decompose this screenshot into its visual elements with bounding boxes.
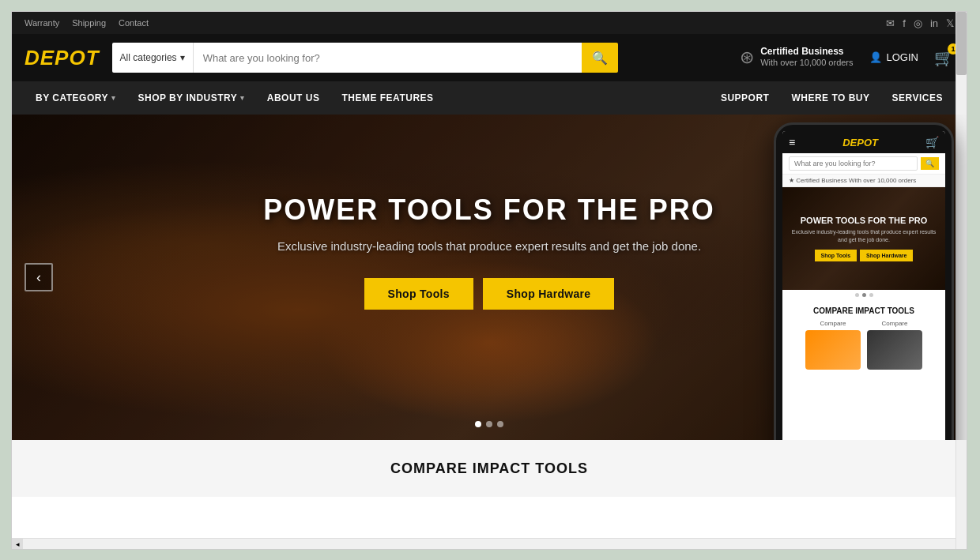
nav-where-to-buy[interactable]: WHERE TO BUY — [780, 81, 880, 115]
phone-cart-icon: 🛒 — [925, 136, 939, 148]
phone-shop-tools-button[interactable]: Shop Tools — [815, 250, 858, 261]
phone-device: ≡ DEPOT 🛒 🔍 ★ Certified Business With ov… — [774, 122, 954, 440]
nav-theme-features-label: THEME FEATURES — [341, 92, 433, 103]
site-logo[interactable]: DEPOT — [24, 46, 100, 70]
certified-block: ⊛ Certified Business With over 10,000 or… — [740, 46, 853, 69]
email-icon[interactable]: ✉ — [886, 17, 895, 29]
top-bar-links: Warranty Shipping Contact — [24, 18, 149, 28]
facebook-icon[interactable]: f — [903, 17, 906, 29]
nav-by-category-label: BY CATEGORY — [36, 92, 108, 103]
phone-compare-row: Compare Compare — [789, 320, 939, 370]
phone-compare-title: COMPARE IMPACT TOOLS — [789, 306, 939, 315]
phone-carousel-dots — [782, 290, 945, 300]
top-bar: Warranty Shipping Contact ✉ f ◎ in 𝕏 — [12, 12, 967, 34]
login-label: LOGIN — [887, 51, 918, 63]
chevron-icon: ▾ — [111, 94, 116, 102]
phone-shop-hardware-button[interactable]: Shop Hardware — [860, 250, 913, 261]
search-category-dropdown[interactable]: All categories ▾ — [112, 43, 194, 73]
cart-button[interactable]: 🛒 1 — [934, 48, 954, 67]
phone-screen: ≡ DEPOT 🛒 🔍 ★ Certified Business With ov… — [782, 131, 945, 440]
nav-left: BY CATEGORY ▾ SHOP BY INDUSTRY ▾ ABOUT U… — [24, 81, 710, 115]
phone-certified: ★ Certified Business With over 10,000 or… — [782, 175, 945, 187]
nav-services[interactable]: SERVICES — [881, 81, 954, 115]
search-category-label: All categories — [120, 52, 177, 63]
phone-hero-sub: Exclusive industry-leading tools that pr… — [789, 228, 939, 242]
certified-icon: ⊛ — [740, 47, 754, 68]
phone-logo: DEPOT — [842, 137, 878, 148]
nav-right: SUPPORT WHERE TO BUY SERVICES — [710, 81, 954, 115]
header: DEPOT All categories ▾ 🔍 ⊛ Certified Bus… — [12, 34, 967, 81]
certified-title: Certified Business — [760, 46, 853, 57]
nav-about-us[interactable]: ABOUT US — [256, 81, 331, 115]
top-bar-social-icons: ✉ f ◎ in 𝕏 — [886, 17, 954, 29]
phone-compare-label-1: Compare — [820, 320, 846, 327]
user-icon: 👤 — [869, 51, 882, 63]
compare-title: COMPARE IMPACT TOOLS — [390, 460, 588, 477]
certified-subtitle: With over 10,000 orders — [760, 57, 853, 69]
phone-dot-3 — [869, 293, 873, 297]
certified-text: Certified Business With over 10,000 orde… — [760, 46, 853, 69]
phone-hero-buttons: Shop Tools Shop Hardware — [815, 250, 914, 261]
shop-hardware-button[interactable]: Shop Hardware — [483, 278, 615, 310]
twitter-icon[interactable]: 𝕏 — [946, 17, 954, 29]
contact-link[interactable]: Contact — [119, 18, 149, 28]
scrollbar-thumb[interactable] — [956, 12, 967, 75]
linkedin-icon[interactable]: in — [930, 17, 938, 29]
chevron-icon: ▾ — [240, 94, 245, 102]
phone-certified-text: ★ Certified Business With over 10,000 or… — [789, 177, 916, 184]
phone-hero-title: POWER TOOLS FOR THE PRO — [801, 216, 928, 225]
nav-support[interactable]: SUPPORT — [710, 81, 781, 115]
main-nav: BY CATEGORY ▾ SHOP BY INDUSTRY ▾ ABOUT U… — [12, 81, 967, 115]
carousel-dot-1[interactable] — [475, 421, 481, 427]
browser-frame: Warranty Shipping Contact ✉ f ◎ in 𝕏 DEP… — [11, 11, 967, 550]
instagram-icon[interactable]: ◎ — [914, 17, 922, 29]
phone-compare-label-2: Compare — [882, 320, 908, 327]
search-input[interactable] — [194, 43, 582, 73]
header-right: ⊛ Certified Business With over 10,000 or… — [740, 46, 954, 69]
nav-where-to-buy-label: WHERE TO BUY — [791, 92, 869, 103]
mobile-mockup: ≡ DEPOT 🛒 🔍 ★ Certified Business With ov… — [777, 115, 967, 440]
phone-dot-1 — [855, 293, 859, 297]
nav-shop-by-industry[interactable]: SHOP BY INDUSTRY ▾ — [126, 81, 255, 115]
phone-search-input[interactable] — [789, 156, 918, 171]
search-bar: All categories ▾ 🔍 — [112, 43, 618, 73]
phone-compare-col-1: Compare — [805, 320, 861, 370]
carousel-prev-arrow[interactable]: ‹ — [24, 263, 53, 291]
search-button[interactable]: 🔍 — [582, 43, 618, 73]
nav-support-label: SUPPORT — [721, 92, 770, 103]
search-icon: 🔍 — [592, 51, 608, 66]
nav-theme-features[interactable]: THEME FEATURES — [330, 81, 444, 115]
nav-by-category[interactable]: BY CATEGORY ▾ — [24, 81, 126, 115]
phone-hero: POWER TOOLS FOR THE PRO Exclusive indust… — [782, 187, 945, 290]
phone-dot-2 — [862, 293, 866, 297]
carousel-dots — [475, 421, 503, 427]
scroll-left-arrow[interactable]: ◂ — [12, 539, 23, 550]
carousel-dot-2[interactable] — [486, 421, 492, 427]
horizontal-scrollbar[interactable]: ◂ — [12, 538, 956, 549]
phone-search: 🔍 — [782, 153, 945, 175]
login-button[interactable]: 👤 LOGIN — [869, 51, 918, 63]
warranty-link[interactable]: Warranty — [24, 18, 59, 28]
phone-search-button[interactable]: 🔍 — [921, 157, 939, 170]
phone-menu-icon: ≡ — [789, 136, 795, 148]
chevron-down-icon: ▾ — [180, 52, 185, 63]
phone-compare-section: COMPARE IMPACT TOOLS Compare Compare — [782, 300, 945, 376]
nav-shop-by-industry-label: SHOP BY INDUSTRY — [138, 92, 237, 103]
nav-about-us-label: ABOUT US — [267, 92, 320, 103]
nav-services-label: SERVICES — [892, 92, 943, 103]
hero-section: POWER TOOLS FOR THE PRO Exclusive indust… — [12, 115, 967, 440]
phone-header: ≡ DEPOT 🛒 — [782, 131, 945, 153]
phone-hero-overlay: POWER TOOLS FOR THE PRO Exclusive indust… — [782, 187, 945, 290]
phone-product-img-1 — [805, 330, 861, 370]
compare-section: COMPARE IMPACT TOOLS — [12, 440, 967, 497]
phone-compare-col-2: Compare — [867, 320, 922, 370]
shop-tools-button[interactable]: Shop Tools — [364, 278, 473, 310]
phone-product-img-2 — [867, 330, 922, 370]
carousel-dot-3[interactable] — [497, 421, 503, 427]
shipping-link[interactable]: Shipping — [72, 18, 106, 28]
